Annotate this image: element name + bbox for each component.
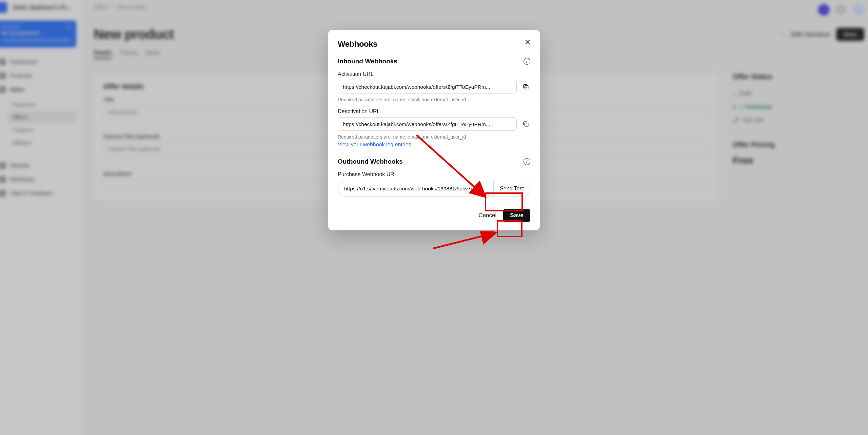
svg-rect-2 — [525, 123, 528, 126]
activation-helper: Required parameters are: name, email, an… — [338, 97, 530, 102]
modal-title: Webhooks — [338, 39, 530, 49]
deactivation-label: Deactivation URL — [338, 108, 530, 115]
copy-deactivation-button[interactable] — [521, 120, 530, 128]
purchase-webhook-input[interactable] — [338, 181, 493, 196]
webhooks-modal: Webhooks Inbound Webhooks i Activation U… — [328, 30, 540, 230]
deactivation-url-input[interactable]: https://checkout.kajabi.com/webhooks/off… — [338, 117, 517, 131]
info-icon[interactable]: i — [524, 158, 530, 165]
svg-rect-0 — [525, 86, 528, 89]
annotation-box-save — [497, 220, 522, 237]
close-icon — [525, 39, 530, 45]
outbound-header: Outbound Webhooks — [338, 158, 403, 165]
close-button[interactable] — [523, 37, 532, 47]
copy-activation-button[interactable] — [521, 82, 530, 91]
svg-line-5 — [433, 233, 494, 248]
save-button[interactable]: Save — [503, 209, 530, 222]
inbound-header: Inbound Webhooks — [338, 58, 397, 65]
deactivation-helper: Required parameters are: name, email, an… — [338, 134, 530, 140]
modal-overlay: Webhooks Inbound Webhooks i Activation U… — [0, 0, 868, 435]
activation-url-input[interactable]: https://checkout.kajabi.com/webhooks/off… — [338, 80, 517, 94]
activation-label: Activation URL — [338, 71, 530, 77]
copy-icon — [522, 83, 529, 90]
send-test-button[interactable]: Send Test — [493, 181, 530, 196]
webhook-log-link[interactable]: View your webhook log entries — [338, 142, 411, 148]
cancel-button[interactable]: Cancel — [478, 212, 496, 219]
info-icon[interactable]: i — [524, 58, 530, 65]
copy-icon — [522, 121, 529, 127]
annotation-arrow-save — [433, 231, 501, 252]
svg-rect-3 — [524, 122, 527, 125]
purchase-label: Purchase Webhook URL — [338, 171, 530, 178]
svg-rect-1 — [524, 84, 527, 88]
